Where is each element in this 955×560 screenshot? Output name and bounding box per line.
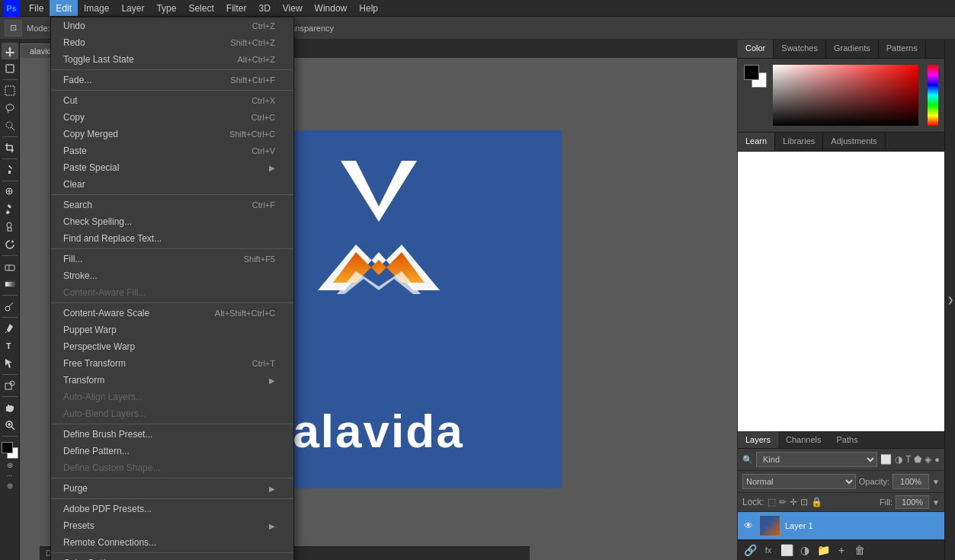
foreground-swatch[interactable]: [744, 65, 759, 80]
adjustment-filter-icon[interactable]: ◑: [895, 454, 902, 465]
tool-brush[interactable]: [2, 201, 18, 218]
menu-edit[interactable]: Edit: [50, 0, 78, 16]
opacity-chevron[interactable]: ▼: [932, 478, 940, 486]
lock-artboard-btn[interactable]: ⊡: [800, 497, 808, 507]
lock-all-btn[interactable]: 🔒: [811, 497, 822, 507]
tool-hand[interactable]: [2, 399, 18, 416]
menu-layer[interactable]: Layer: [115, 0, 150, 16]
layer-visibility-btn[interactable]: 👁: [742, 520, 755, 532]
tab-adjustments[interactable]: Adjustments: [823, 133, 886, 151]
layer-fx-btn[interactable]: fx: [761, 542, 776, 558]
menu-help[interactable]: Help: [353, 0, 384, 16]
opacity-value[interactable]: [893, 474, 929, 489]
lock-pixels-btn[interactable]: ✏: [779, 497, 787, 507]
layer-group-btn[interactable]: 📁: [816, 542, 831, 558]
lock-position-btn[interactable]: ✛: [790, 497, 797, 507]
tool-spot-heal[interactable]: [2, 184, 18, 200]
tool-shape[interactable]: [2, 377, 18, 394]
layer-mask-btn[interactable]: ⬜: [779, 542, 794, 558]
menu-item-stroke[interactable]: Stroke...: [51, 267, 293, 284]
tool-artboard[interactable]: [2, 60, 18, 77]
color-spectrum[interactable]: [928, 65, 938, 126]
layer-delete-btn[interactable]: 🗑: [852, 542, 867, 558]
tool-quick-select[interactable]: [2, 117, 18, 134]
lock-transparent-btn[interactable]: ⬚: [768, 497, 776, 507]
tool-path-select[interactable]: [2, 355, 18, 372]
menu-window[interactable]: Window: [309, 0, 354, 16]
menu-item-perspective-warp[interactable]: Perspective Warp: [51, 338, 293, 355]
menu-item-presets[interactable]: Presets ▶: [51, 517, 293, 534]
menu-filter[interactable]: Filter: [220, 0, 253, 16]
tool-crop[interactable]: [2, 139, 18, 156]
menu-view[interactable]: View: [277, 0, 309, 16]
menu-3d[interactable]: 3D: [252, 0, 276, 16]
tool-lasso[interactable]: [2, 100, 18, 117]
text-filter-icon[interactable]: T: [905, 454, 911, 465]
menu-item-clear[interactable]: Clear: [51, 176, 293, 193]
filter-toggle[interactable]: ●: [934, 455, 940, 464]
tab-channels[interactable]: Channels: [778, 431, 828, 448]
menu-item-fill[interactable]: Fill... Shift+F5: [51, 251, 293, 267]
smart-filter-icon[interactable]: ◈: [925, 454, 931, 465]
menu-item-define-brush[interactable]: Define Brush Preset...: [51, 426, 293, 443]
menu-item-remote-connections[interactable]: Remote Connections...: [51, 534, 293, 551]
options-checkerboard-btn[interactable]: ⊡: [5, 20, 22, 37]
tool-dodge[interactable]: [2, 298, 18, 315]
tab-gradients[interactable]: Gradients: [826, 40, 879, 58]
fill-value[interactable]: [896, 495, 929, 509]
menu-item-copy[interactable]: Copy Ctrl+C: [51, 109, 293, 126]
tool-clone-stamp[interactable]: [2, 219, 18, 235]
tool-rect-select[interactable]: [2, 82, 18, 99]
tool-text[interactable]: T: [2, 338, 18, 354]
layer-new-btn[interactable]: +: [834, 542, 849, 558]
menu-item-copy-merged[interactable]: Copy Merged Shift+Ctrl+C: [51, 126, 293, 142]
tool-move[interactable]: [2, 43, 18, 59]
tab-color[interactable]: Color: [738, 40, 774, 58]
menu-select[interactable]: Select: [182, 0, 220, 16]
tool-history-brush[interactable]: [2, 236, 18, 253]
tab-paths[interactable]: Paths: [829, 431, 866, 448]
tool-zoom[interactable]: [2, 417, 18, 434]
menu-item-color-settings[interactable]: Color Settings... Shift+Ctrl+K: [51, 555, 293, 560]
tab-learn[interactable]: Learn: [738, 133, 775, 151]
default-colors-btn[interactable]: ⊛: [7, 461, 13, 469]
shape-filter-icon[interactable]: ⬟: [914, 454, 921, 465]
fill-chevron[interactable]: ▼: [932, 498, 940, 507]
menu-item-cut[interactable]: Cut Ctrl+X: [51, 92, 293, 109]
menu-item-redo[interactable]: Redo Shift+Ctrl+Z: [51, 34, 293, 51]
tool-pen[interactable]: [2, 320, 18, 337]
menu-item-paste-special[interactable]: Paste Special ▶: [51, 159, 293, 176]
kind-filter-select[interactable]: Kind: [756, 452, 877, 467]
color-picker-gradient[interactable]: [773, 65, 918, 126]
tool-eyedropper[interactable]: [2, 162, 18, 178]
edit-mode-btn[interactable]: ⊕: [7, 482, 13, 490]
menu-file[interactable]: File: [23, 0, 50, 16]
menu-item-undo[interactable]: Undo Ctrl+Z: [51, 18, 293, 34]
tool-gradient[interactable]: [2, 276, 18, 293]
menu-item-content-aware-scale[interactable]: Content-Aware Scale Alt+Shift+Ctrl+C: [51, 305, 293, 322]
menu-item-paste[interactable]: Paste Ctrl+V: [51, 142, 293, 159]
tab-patterns[interactable]: Patterns: [879, 40, 926, 58]
tab-layers[interactable]: Layers: [738, 431, 778, 448]
menu-type[interactable]: Type: [150, 0, 182, 16]
panel-collapse-btn[interactable]: ❯: [944, 40, 955, 560]
menu-item-purge[interactable]: Purge ▶: [51, 480, 293, 497]
menu-item-pdf-presets[interactable]: Adobe PDF Presets...: [51, 501, 293, 517]
color-swatches[interactable]: [2, 442, 18, 459]
menu-item-define-pattern[interactable]: Define Pattern...: [51, 443, 293, 459]
layer-adjustment-btn[interactable]: ◑: [797, 542, 812, 558]
tab-libraries[interactable]: Libraries: [775, 133, 823, 151]
menu-image[interactable]: Image: [78, 0, 115, 16]
layer-link-btn[interactable]: 🔗: [742, 542, 758, 558]
layer-item-layer1[interactable]: 👁 Layer 1: [738, 512, 944, 539]
menu-item-check-spelling[interactable]: Check Spelling...: [51, 213, 293, 230]
menu-item-search[interactable]: Search Ctrl+F: [51, 197, 293, 213]
blend-mode-select[interactable]: Normal: [742, 474, 856, 489]
menu-item-puppet-warp[interactable]: Puppet Warp: [51, 322, 293, 338]
menu-item-free-transform[interactable]: Free Transform Ctrl+T: [51, 355, 293, 372]
tool-eraser[interactable]: [2, 258, 18, 275]
fg-bg-swatches[interactable]: [744, 65, 767, 88]
menu-item-find-replace[interactable]: Find and Replace Text...: [51, 230, 293, 247]
menu-item-fade[interactable]: Fade... Shift+Ctrl+F: [51, 72, 293, 88]
tab-swatches[interactable]: Swatches: [774, 40, 826, 58]
